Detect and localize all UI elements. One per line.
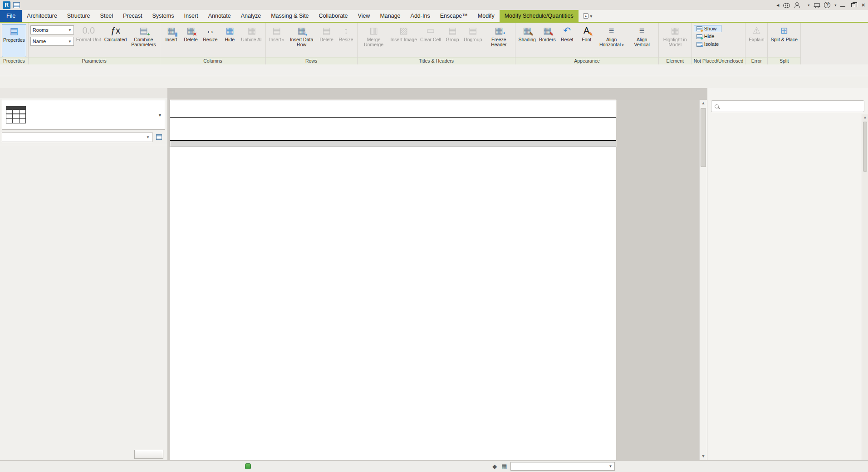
- ribbon-tab-enscape[interactable]: Enscape™: [435, 10, 473, 22]
- ribbon-tab-architecture[interactable]: Architecture: [22, 10, 62, 22]
- resize-button[interactable]: ↔Resize: [201, 24, 219, 57]
- close-button[interactable]: ×: [861, 2, 865, 8]
- minimize-button[interactable]: [840, 3, 845, 7]
- ribbon-tab-modify-schedule-quantities[interactable]: Modify Schedule/Quantities: [500, 10, 579, 22]
- ribbon-tab-modify[interactable]: Modify: [473, 10, 500, 22]
- browser-scroll-thumb[interactable]: [863, 122, 867, 172]
- sign-in-caret-icon[interactable]: ▾: [808, 3, 809, 7]
- panel-label-not-placed-unenclosed: Not Placed/Unenclosed: [692, 57, 745, 64]
- calculated-button[interactable]: ƒxCalculated: [103, 24, 128, 57]
- status-bar: ◆ ▦ ▼: [0, 460, 868, 472]
- resize-row-icon: ↕: [339, 25, 353, 37]
- properties-palette: ▼ ▼: [0, 88, 168, 460]
- isolate-not-placed-button[interactable]: Isolate: [694, 40, 721, 48]
- shading-icon: ▦✎: [520, 25, 534, 37]
- show-not-placed-button[interactable]: Show: [694, 25, 721, 32]
- ribbon-tab-precast[interactable]: Precast: [118, 10, 147, 22]
- ribbon-tab-manage[interactable]: Manage: [375, 10, 405, 22]
- ribbon-panel-titles-headers: ▥Merge Unmerge▨Insert Image▭Clear Cell▤G…: [358, 23, 516, 64]
- properties-button[interactable]: ▤Properties: [2, 24, 26, 57]
- ribbon-collapse-caret-icon: ▾: [590, 14, 592, 19]
- scroll-thumb[interactable]: [701, 108, 706, 167]
- ribbon-tab-steel[interactable]: Steel: [95, 10, 118, 22]
- align-horizontal-button[interactable]: ≡Align Horizontal ▾: [597, 24, 626, 57]
- ribbon-tab-analyze[interactable]: Analyze: [236, 10, 266, 22]
- quick-access-toolbar: [0, 64, 868, 76]
- ribbon-tab-systems[interactable]: Systems: [147, 10, 179, 22]
- ribbon-tab-add-ins[interactable]: Add-Ins: [406, 10, 435, 22]
- ribbon-tab-collaborate[interactable]: Collaborate: [314, 10, 353, 22]
- ribbon-tab-annotate[interactable]: Annotate: [203, 10, 236, 22]
- ribbon-tab-view[interactable]: View: [353, 10, 375, 22]
- store-cart-icon[interactable]: [814, 3, 820, 8]
- instance-selector-caret-icon: ▼: [146, 135, 150, 139]
- insert-button: ▤Insert ▾: [268, 24, 286, 57]
- schedule-vertical-scrollbar[interactable]: ▲ ▼: [699, 100, 707, 460]
- ribbon-panel-element: ▦Highlight in ModelElement: [659, 23, 692, 64]
- highlight-in-model-icon: ▦: [668, 25, 682, 37]
- ribbon-display-options-button[interactable]: ▴▾: [579, 10, 597, 22]
- combine-parameters-button[interactable]: ▤+Combine Parameters: [129, 24, 158, 57]
- schedule-canvas: ▲ ▼: [168, 100, 707, 460]
- ribbon-panel-appearance: ▦✎Shading▦✎Borders↶ResetA✎Font≡Align Hor…: [515, 23, 658, 64]
- align-vertical-icon: ≡: [635, 25, 649, 37]
- align-vertical-button[interactable]: ≡Align Vertical: [628, 24, 657, 57]
- schedule-title[interactable]: [170, 100, 616, 118]
- merge-unmerge-icon: ▥: [367, 25, 381, 37]
- freeze-header-button[interactable]: ▦*Freeze Header: [484, 24, 513, 57]
- quick-access-document-icon[interactable]: [13, 2, 20, 8]
- caret-down-icon: ▾: [281, 38, 284, 42]
- insert-data-row-button[interactable]: ▦↳Insert Data Row: [287, 24, 316, 57]
- revit-app-icon[interactable]: R: [3, 1, 10, 9]
- button-label: Insert Image: [391, 37, 417, 42]
- delete-column-icon-badge: ✕: [193, 32, 197, 37]
- button-label: Ungroup: [464, 37, 482, 42]
- type-selector[interactable]: ▼: [2, 100, 165, 130]
- design-option-caret-icon: ▼: [609, 464, 613, 468]
- delete-row-icon: ▤: [320, 25, 333, 37]
- search-icon[interactable]: [783, 3, 790, 7]
- browser-search-input[interactable]: [711, 100, 864, 112]
- delete-button[interactable]: ▦✕Delete: [181, 24, 200, 57]
- category-select[interactable]: Rooms▼: [30, 25, 74, 34]
- panel-label-parameters: Parameters: [29, 57, 160, 64]
- help-icon[interactable]: ?: [824, 2, 830, 8]
- edit-type-button[interactable]: [155, 133, 165, 141]
- reset-button[interactable]: ↶Reset: [558, 24, 576, 57]
- ribbon-tab-massing-site[interactable]: Massing & Site: [266, 10, 314, 22]
- split-place-button[interactable]: ⊞Split & Place: [770, 24, 799, 57]
- design-options-icon[interactable]: ▦: [501, 463, 507, 470]
- ribbon-tab-insert[interactable]: Insert: [179, 10, 203, 22]
- infocenter-collapse-icon[interactable]: ◂: [776, 2, 779, 8]
- field-select[interactable]: Name▼: [30, 37, 74, 46]
- restore-button[interactable]: [851, 3, 855, 7]
- design-option-select[interactable]: ▼: [510, 462, 615, 471]
- help-caret-icon[interactable]: ▾: [834, 3, 836, 7]
- font-button[interactable]: A✎Font: [578, 24, 596, 57]
- ribbon-tab-file[interactable]: File: [0, 10, 22, 22]
- font-icon-badge: ✎: [588, 32, 593, 37]
- insert-button[interactable]: ▦▮Insert: [162, 24, 180, 57]
- type-selector-caret-icon[interactable]: ▼: [158, 113, 162, 118]
- scroll-down-icon[interactable]: ▼: [700, 453, 707, 460]
- hide-button[interactable]: ▦Hide: [221, 24, 239, 57]
- editing-requests-icon[interactable]: ◆: [492, 463, 498, 470]
- ribbon-tab-structure[interactable]: Structure: [62, 10, 95, 22]
- delete-button: ▤Delete: [318, 24, 336, 57]
- scroll-up-icon[interactable]: ▲: [700, 100, 707, 107]
- shading-button[interactable]: ▦✎Shading: [517, 24, 537, 57]
- apply-button[interactable]: [134, 450, 163, 459]
- button-label: Insert Data Row: [288, 37, 315, 48]
- button-label: Reset: [561, 37, 573, 42]
- insert-data-row-icon-badge: ↳: [304, 32, 308, 37]
- instance-selector[interactable]: ▼: [2, 132, 152, 142]
- sched-sheet: [170, 100, 616, 460]
- button-label: Merge Unmerge: [360, 37, 387, 48]
- clear-cell-button: ▭Clear Cell: [419, 24, 442, 57]
- browser-scroll-up-icon[interactable]: ▲: [862, 114, 868, 121]
- borders-icon: ▦✎: [540, 25, 554, 37]
- borders-button[interactable]: ▦✎Borders: [538, 24, 557, 57]
- browser-scrollbar[interactable]: ▲: [862, 114, 868, 460]
- insert-image-button: ▨Insert Image: [390, 24, 418, 57]
- hide-not-placed-button[interactable]: Hide: [694, 33, 721, 40]
